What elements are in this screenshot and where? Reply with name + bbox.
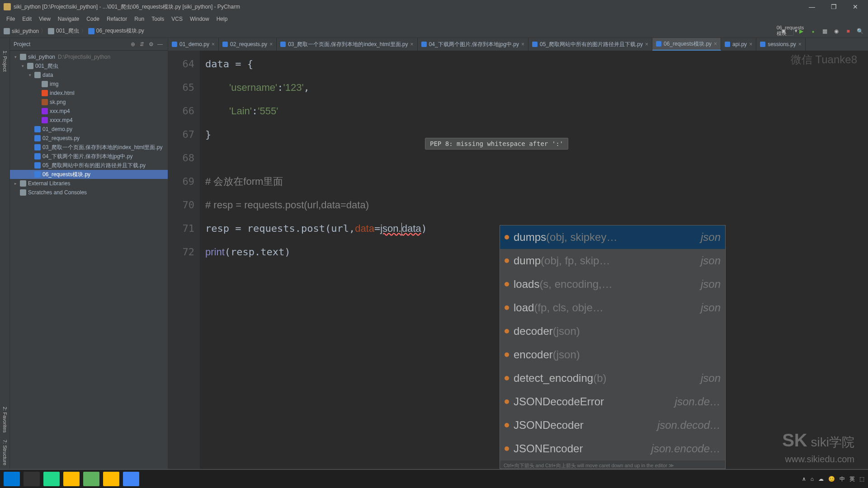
completion-item[interactable]: dumps(obj, skipkey…json	[500, 225, 725, 249]
tree-node[interactable]: 02_requests.py	[10, 134, 168, 143]
menu-navigate[interactable]: Navigate	[54, 14, 83, 23]
structure-tool-tab[interactable]: 7: Structure	[1, 436, 9, 469]
menu-code[interactable]: Code	[83, 14, 103, 23]
tree-node[interactable]: ▸External Libraries	[10, 179, 168, 188]
settings-icon[interactable]: ⚙	[147, 40, 155, 48]
completion-item[interactable]: JSONDecodeErrorjson.de…	[500, 390, 725, 413]
minimize-button[interactable]: —	[803, 2, 821, 11]
tray-icon[interactable]: 😊	[828, 476, 835, 482]
app-taskbar-icon[interactable]	[83, 472, 99, 486]
folder-taskbar-icon[interactable]	[103, 472, 119, 486]
completion-hint: Ctrl+向下箭头 and Ctrl+向上箭头 will move caret …	[500, 460, 725, 469]
tree-node[interactable]: index.html	[10, 89, 168, 98]
breadcrumb: siki_python 〉001_爬虫 〉06_requests模块.py	[4, 27, 785, 35]
hide-icon[interactable]: —	[156, 40, 164, 48]
tree-node[interactable]: Scratches and Consoles	[10, 188, 168, 197]
completion-popup[interactable]: dumps(obj, skipkey…jsondump(obj, fp, ski…	[500, 225, 726, 469]
menu-view[interactable]: View	[35, 14, 54, 23]
maximize-button[interactable]: ❐	[825, 2, 843, 11]
tray-icon[interactable]: 中	[840, 475, 845, 483]
titlebar: siki_python [D:\Project\siki_python] - .…	[0, 0, 868, 14]
search-icon[interactable]	[24, 472, 40, 486]
tree-node[interactable]: img	[10, 80, 168, 89]
debug-button[interactable]: ⬥	[808, 27, 817, 36]
system-tray[interactable]: ∧⌂☁😊中英⬚	[802, 475, 864, 483]
locate-icon[interactable]: ⊕	[129, 40, 137, 48]
completion-item[interactable]: JSONEncoderjson.encode…	[500, 437, 725, 460]
watermark-logo: SK siki学院 www.sikiedu.com	[782, 430, 854, 465]
search-button[interactable]: 🔍	[855, 27, 864, 36]
windows-taskbar: ∧⌂☁😊中英⬚	[0, 470, 868, 488]
tree-node[interactable]: 01_demo.py	[10, 125, 168, 134]
tree-node[interactable]: 05_爬取网站中所有的图片路径并且下载.py	[10, 161, 168, 170]
tray-icon[interactable]: 英	[849, 475, 855, 483]
run-config-selector[interactable]: ▣ 06_requests模块 ▾	[785, 27, 794, 36]
editor-tabs: 01_demo.py×02_requests.py×03_爬取一个页面,保存到本…	[168, 38, 868, 51]
editor-tab[interactable]: 04_下载两个图片,保存到本地jpg中.py×	[418, 38, 528, 51]
tree-node[interactable]: xxxx.mp4	[10, 116, 168, 125]
navbar: siki_python 〉001_爬虫 〉06_requests模块.py ▣ …	[0, 24, 868, 38]
completion-item[interactable]: decoder(json)	[500, 319, 725, 343]
collapse-icon[interactable]: ⇵	[138, 40, 146, 48]
editor-tab[interactable]: 02_requests.py×	[219, 38, 277, 51]
left-tool-stripe: 1: Project 2: Favorites 7: Structure	[0, 38, 10, 469]
editor-tab[interactable]: 06_requests模块.py×	[652, 38, 721, 51]
tree-node[interactable]: ▾siki_pythonD:\Project\siki_python	[10, 52, 168, 61]
completion-item[interactable]: JSONDecoderjson.decod…	[500, 413, 725, 437]
tree-node[interactable]: 04_下载两个图片,保存到本地jpg中.py	[10, 152, 168, 161]
tree-node[interactable]: 06_requests模块.py	[10, 170, 168, 179]
menu-tools[interactable]: Tools	[148, 14, 168, 23]
window-title: siki_python [D:\Project\siki_python] - .…	[14, 3, 803, 11]
project-tool-tab[interactable]: 1: Project	[1, 47, 9, 75]
menu-run[interactable]: Run	[131, 14, 148, 23]
menubar: FileEditViewNavigateCodeRefactorRunTools…	[0, 14, 868, 24]
pycharm-taskbar-icon[interactable]	[43, 472, 60, 486]
breadcrumb-item[interactable]: 06_requests模块.py	[88, 27, 144, 35]
tray-icon[interactable]: ⌂	[811, 476, 814, 482]
watermark: 微信 Tuanke8	[791, 52, 857, 67]
editor-tab[interactable]: sessions.py×	[756, 38, 806, 51]
completion-item[interactable]: loads(s, encoding,…json	[500, 272, 725, 296]
stop-button[interactable]: ■	[844, 27, 853, 36]
coverage-button[interactable]: ▦	[820, 27, 829, 36]
breadcrumb-item[interactable]: 001_爬虫 〉	[48, 27, 86, 35]
completion-item[interactable]: encoder(json)	[500, 343, 725, 366]
editor-tab[interactable]: 01_demo.py×	[168, 38, 219, 51]
inspection-tooltip: PEP 8: missing whitespace after ':'	[425, 138, 568, 150]
editor-tab[interactable]: 05_爬取网站中所有的图片路径并且下载.py×	[528, 38, 652, 51]
start-button[interactable]	[4, 472, 20, 486]
app-icon	[4, 3, 11, 10]
tree-node[interactable]: ▾001_爬虫	[10, 61, 168, 70]
project-tree[interactable]: ▾siki_pythonD:\Project\siki_python▾001_爬…	[10, 51, 168, 469]
project-panel-title: Project	[14, 41, 128, 47]
favorites-tool-tab[interactable]: 2: Favorites	[1, 403, 9, 436]
menu-window[interactable]: Window	[186, 14, 213, 23]
menu-file[interactable]: File	[3, 14, 19, 23]
menu-help[interactable]: Help	[213, 14, 231, 23]
editor-tab[interactable]: api.py×	[721, 38, 756, 51]
run-button[interactable]: ▶	[797, 27, 806, 36]
completion-item[interactable]: detect_encoding(b)json	[500, 366, 725, 390]
gutter: 64 65 66 67 68 69 70 71 72	[168, 51, 200, 469]
tree-node[interactable]: 03_爬取一个页面,保存到本地的index_html里面.py	[10, 143, 168, 152]
tray-icon[interactable]: ☁	[818, 476, 824, 482]
tree-node[interactable]: sk.png	[10, 98, 168, 107]
menu-refactor[interactable]: Refactor	[103, 14, 131, 23]
tree-node[interactable]: xxx.mp4	[10, 107, 168, 116]
completion-item[interactable]: load(fp, cls, obje…json	[500, 296, 725, 319]
breadcrumb-item[interactable]: siki_python 〉	[4, 27, 46, 35]
menu-edit[interactable]: Edit	[19, 14, 35, 23]
close-button[interactable]: ✕	[846, 2, 864, 11]
profile-button[interactable]: ◉	[832, 27, 841, 36]
project-panel: Project ⊕ ⇵ ⚙ — ▾siki_pythonD:\Project\s…	[10, 38, 168, 469]
tray-icon[interactable]: ⬚	[859, 476, 864, 482]
tray-icon[interactable]: ∧	[802, 476, 806, 482]
chrome-taskbar-icon[interactable]	[123, 472, 139, 486]
explorer-taskbar-icon[interactable]	[63, 472, 80, 486]
completion-item[interactable]: dump(obj, fp, skip…json	[500, 249, 725, 272]
menu-vcs[interactable]: VCS	[168, 14, 186, 23]
editor-tab[interactable]: 03_爬取一个页面,保存到本地的index_html里面.py×	[277, 38, 417, 51]
tree-node[interactable]: ▾data	[10, 70, 168, 80]
